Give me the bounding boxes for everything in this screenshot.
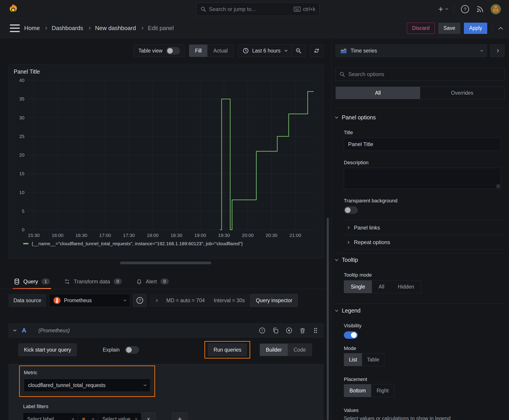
table-view-toggle[interactable] — [166, 47, 180, 54]
editor-tabs: Query 1 Transform data 0 Alert 0 — [0, 274, 332, 289]
toggle-viz-picker-button[interactable] — [490, 45, 504, 57]
query-inspector-button[interactable]: Query inspector — [250, 294, 298, 307]
delete-query-icon[interactable] — [299, 327, 306, 334]
discard-button[interactable]: Discard — [407, 23, 435, 34]
tab-transform-data[interactable]: Transform data 0 — [64, 274, 122, 289]
options-search-input[interactable] — [348, 71, 501, 77]
tooltip-mode-hidden[interactable]: Hidden — [391, 280, 421, 293]
select-value-dropdown[interactable]: Select value — [98, 412, 141, 420]
transparent-background-toggle[interactable] — [344, 206, 358, 214]
time-series-chart[interactable]: 051015202530354015:3016:0016:3017:0017:3… — [14, 77, 318, 240]
all-overrides-tabs: All Overrides — [335, 87, 504, 99]
global-search-input[interactable] — [209, 6, 291, 12]
chevron-down-icon — [335, 258, 338, 261]
explain-toggle[interactable] — [125, 346, 139, 354]
top-bar: ctrl+k ? — [0, 0, 509, 18]
panel-actions: Discard Save Apply — [407, 23, 502, 34]
legend-placement-right[interactable]: Right — [371, 384, 394, 397]
description-textarea[interactable] — [344, 168, 501, 189]
breadcrumb-dashboards[interactable]: Dashboards — [52, 25, 83, 32]
legend-mode-list[interactable]: List — [344, 353, 362, 366]
tooltip-mode-group: Single All Hidden — [344, 280, 421, 293]
user-avatar[interactable] — [491, 4, 501, 14]
operator-dropdown[interactable]: = — [78, 412, 98, 420]
tab-overrides[interactable]: Overrides — [420, 87, 504, 99]
resize-grip-icon[interactable] — [496, 184, 500, 188]
panel-links-section[interactable]: Panel links — [344, 220, 504, 235]
kick-start-query-button[interactable]: Kick start your query — [18, 344, 77, 356]
time-range-picker[interactable]: Last 6 hours — [238, 48, 291, 54]
legend-swatch — [23, 243, 29, 244]
fill-option[interactable]: Fill — [189, 45, 207, 57]
tooltip-mode-all[interactable]: All — [372, 280, 391, 293]
run-queries-highlight: Run queries — [205, 341, 250, 359]
options-search[interactable] — [335, 68, 504, 81]
actual-option[interactable]: Actual — [207, 45, 233, 57]
tooltip-header[interactable]: Tooltip — [335, 253, 504, 263]
breadcrumb: Home Dashboards New dashboard Edit panel — [24, 25, 174, 32]
add-filter-button[interactable]: + — [172, 412, 188, 420]
legend-series-label[interactable]: {__name__="cloudflared_tunnel_total_requ… — [32, 241, 243, 246]
query-row-header[interactable]: A (Prometheus) ? — [8, 323, 324, 338]
save-button[interactable]: Save — [438, 23, 460, 34]
label-filters-label: Label filters — [23, 404, 323, 409]
grafana-logo-icon[interactable] — [8, 4, 18, 15]
query-help-icon[interactable]: ? — [259, 327, 266, 334]
collapse-header-icon[interactable] — [498, 27, 503, 31]
collapse-query-icon[interactable] — [13, 328, 16, 331]
new-menu-button[interactable] — [438, 6, 448, 12]
remove-filter-button[interactable]: x — [141, 412, 156, 420]
query-count-badge: 1 — [42, 278, 50, 285]
datasource-picker[interactable]: Prometheus — [49, 294, 130, 307]
visualization-picker[interactable]: Time series — [335, 45, 487, 57]
select-label-dropdown[interactable]: Select label — [23, 412, 78, 420]
code-option[interactable]: Code — [288, 344, 312, 356]
global-search[interactable]: ctrl+k — [196, 2, 319, 16]
disable-query-eye-icon[interactable] — [286, 327, 292, 334]
builder-option[interactable]: Builder — [260, 344, 288, 356]
panel-options-header[interactable]: Panel options — [335, 108, 504, 121]
query-row-actions: ? — [259, 327, 319, 334]
apply-button[interactable]: Apply — [464, 23, 487, 34]
datasource-help-button[interactable]: ? — [133, 294, 147, 307]
tab-query[interactable]: Query 1 — [14, 274, 50, 289]
breadcrumb-new-dashboard[interactable]: New dashboard — [95, 25, 136, 32]
legend-header[interactable]: Legend — [335, 304, 504, 314]
main-column: Table view Fill Actual Last 6 hours — [0, 38, 332, 420]
zoom-out-button[interactable] — [292, 45, 305, 57]
svg-text:15: 15 — [19, 171, 24, 176]
bell-icon — [136, 279, 142, 285]
help-icon[interactable]: ? — [461, 5, 470, 14]
svg-text:10: 10 — [19, 190, 24, 195]
legend-mode-table[interactable]: Table — [362, 353, 384, 366]
breadcrumb-home[interactable]: Home — [24, 25, 40, 32]
tab-alert[interactable]: Alert 0 — [136, 274, 168, 289]
duplicate-query-icon[interactable] — [272, 327, 279, 334]
svg-text:40: 40 — [19, 78, 24, 83]
svg-text:15:30: 15:30 — [28, 233, 40, 238]
query-options-collapsed[interactable]: MD = auto = 704 Interval = 30s — [150, 294, 251, 307]
panel-title-input[interactable] — [344, 138, 501, 151]
tab-all[interactable]: All — [336, 87, 420, 99]
tooltip-mode-single[interactable]: Single — [344, 280, 372, 293]
vertical-scrollbar[interactable] — [327, 218, 329, 420]
repeat-options-section[interactable]: Repeat options — [344, 235, 504, 250]
legend-visibility-toggle[interactable] — [344, 331, 358, 339]
legend-placement-bottom[interactable]: Bottom — [344, 384, 371, 397]
interval-stat: Interval = 30s — [214, 298, 245, 304]
drag-handle-icon[interactable] — [313, 327, 319, 334]
legend-placement-group: Bottom Right — [344, 384, 394, 397]
horizontal-scrollbar[interactable] — [120, 262, 211, 264]
refresh-icon — [313, 48, 320, 54]
run-queries-button[interactable]: Run queries — [208, 344, 247, 356]
chevron-down-icon — [135, 417, 137, 420]
tooltip-mode-label: Tooltip mode — [344, 272, 504, 278]
menu-toggle-icon[interactable] — [10, 24, 20, 32]
refresh-button[interactable] — [310, 45, 324, 57]
chevron-down-icon — [72, 417, 74, 420]
metric-select[interactable]: cloudflared_tunnel_total_requests — [24, 379, 150, 392]
chevron-right-icon — [140, 27, 144, 30]
datasource-label: Data source — [8, 294, 46, 307]
fill-actual-switch: Fill Actual — [189, 45, 234, 57]
news-rss-icon[interactable] — [476, 5, 484, 14]
